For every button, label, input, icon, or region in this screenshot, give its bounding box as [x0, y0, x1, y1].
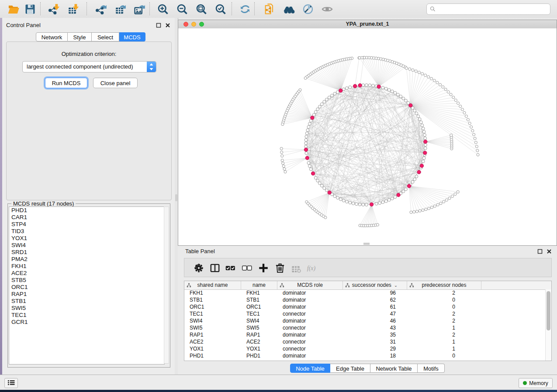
mcds-result-item[interactable]: TEC1 [9, 312, 164, 319]
tab-style[interactable]: Style [68, 32, 92, 41]
column-header-shared-name[interactable]: shared name [184, 281, 241, 289]
tab-edge-table[interactable]: Edge Table [330, 364, 370, 373]
table-row[interactable]: SWI4SWI4dominator462 [184, 317, 545, 324]
gear-button[interactable] [192, 261, 205, 275]
table-row[interactable]: SWI5SWI5connector431 [184, 324, 545, 331]
eye-button[interactable] [320, 2, 335, 16]
zoom-selected-button[interactable] [213, 2, 228, 16]
mcds-result-item[interactable]: GCR1 [9, 319, 164, 326]
check-on-button[interactable] [224, 261, 237, 275]
zoom-in-button[interactable] [156, 2, 170, 16]
mcds-result-item[interactable]: TID3 [9, 228, 164, 235]
table-cell: 31 [343, 338, 407, 345]
mcds-options-panel: Optimization criterion: largest connecte… [6, 41, 172, 200]
flag-button[interactable] [301, 2, 315, 16]
table-row[interactable]: ACE2ACE2connector311 [184, 338, 545, 345]
refresh-button[interactable] [238, 2, 253, 16]
check-off-button[interactable] [240, 261, 253, 275]
export-network-button[interactable] [93, 2, 108, 16]
open-folder-icon [7, 3, 20, 15]
zoom-out-button[interactable] [175, 2, 190, 16]
table-cell: FKH1 [241, 289, 277, 296]
mcds-result-item[interactable]: SWI5 [9, 305, 164, 312]
network-doc-icon [263, 3, 276, 15]
column-header-name[interactable]: name [241, 281, 277, 289]
table-cell: FKH1 [184, 289, 241, 296]
memory-status-icon [523, 381, 527, 385]
tab-node-table[interactable]: Node Table [290, 364, 330, 373]
table-cell: SWI4 [184, 317, 241, 324]
table-cell: 46 [343, 317, 407, 324]
mcds-result-list[interactable]: PHD1CAR1STP4TID3YOX1SWI4SRD1PMA2FKH1ACE2… [9, 206, 165, 364]
mcds-result-item[interactable]: SRD1 [9, 249, 164, 256]
table-cell: 35 [343, 331, 407, 338]
table-cell: 61 [343, 303, 407, 310]
import-network-button[interactable] [46, 2, 61, 16]
mcds-result-item[interactable]: ORC1 [9, 284, 164, 291]
tab-network-table[interactable]: Network Table [370, 364, 418, 373]
log-console-button[interactable] [4, 378, 18, 388]
mcds-result-item[interactable]: CAR1 [9, 214, 164, 221]
column-header-MCDS-role[interactable]: MCDS role [277, 281, 343, 289]
tab-select[interactable]: Select [92, 32, 119, 41]
export-image-button[interactable] [132, 2, 147, 16]
table-row[interactable]: ORC1ORC1dominator610 [184, 303, 545, 310]
memory-button[interactable]: Memory [519, 378, 553, 388]
network-window-titlebar[interactable]: YPA_prune.txt_1 [178, 20, 557, 29]
tab-motifs[interactable]: Motifs [418, 364, 445, 373]
mcds-result-item[interactable]: RAP1 [9, 291, 164, 298]
close-panel-button[interactable]: Close panel [93, 78, 138, 88]
float-window-icon[interactable] [537, 248, 543, 253]
table-cell: 62 [343, 296, 407, 303]
mcds-result-item[interactable]: PHD1 [9, 207, 164, 214]
table-scrollbar[interactable] [545, 289, 551, 361]
table-row[interactable]: STB1STB1dominator620 [184, 296, 545, 303]
table-row[interactable]: FKH1FKH1dominator962 [184, 289, 545, 296]
table-row[interactable]: TEC1TEC1connector472 [184, 310, 545, 317]
column-header-successor-nodes[interactable]: successor nodes⌄ [343, 281, 407, 289]
network-canvas[interactable] [178, 28, 557, 245]
save-button[interactable] [23, 2, 38, 16]
tab-mcds[interactable]: MCDS [119, 32, 145, 41]
import-table-button[interactable] [66, 2, 80, 16]
table-row[interactable]: YOX1YOX1connector291 [184, 345, 545, 352]
mcds-result-item[interactable]: FKH1 [9, 263, 164, 270]
mcds-result-item[interactable]: ACE2 [9, 270, 164, 277]
run-mcds-button[interactable]: Run MCDS [45, 78, 87, 88]
node-table: shared namenameMCDS rolesuccessor nodes⌄… [184, 281, 552, 361]
mcds-result-item[interactable]: STB1 [9, 298, 164, 305]
column-type-icon [187, 283, 191, 288]
mcds-result-item[interactable]: STB5 [9, 277, 164, 284]
network-hscroll-thumb[interactable] [363, 243, 370, 245]
column-header-predecessor-nodes[interactable]: predecessor nodes [407, 281, 481, 289]
open-folder-button[interactable] [6, 2, 21, 16]
check-off-icon [240, 262, 253, 274]
export-table-button[interactable] [113, 2, 128, 16]
mcds-result-scrollbar[interactable] [164, 206, 169, 364]
float-window-icon[interactable] [156, 22, 161, 27]
search-input[interactable] [437, 4, 548, 14]
split-panel-icon [208, 262, 221, 274]
table-cell: dominator [277, 317, 343, 324]
zoom-fit-button[interactable] [194, 2, 209, 16]
plus-button[interactable] [257, 261, 270, 275]
mcds-result-item[interactable]: SWI4 [9, 242, 164, 249]
divider-scroll-thumb[interactable] [175, 194, 177, 201]
list-icon [7, 379, 16, 386]
binoculars-button[interactable] [281, 2, 296, 16]
mcds-result-item[interactable]: PMA2 [9, 256, 164, 263]
close-window-icon[interactable] [547, 248, 552, 253]
mcds-result-item[interactable]: YOX1 [9, 235, 164, 242]
mcds-result-item[interactable]: STP4 [9, 221, 164, 228]
table-scroll-thumb[interactable] [547, 291, 550, 330]
save-icon [24, 3, 37, 15]
split-panel-button[interactable] [208, 261, 221, 275]
table-row[interactable]: RAP1RAP1dominator352 [184, 331, 545, 338]
trash-button[interactable] [273, 261, 287, 275]
close-window-icon[interactable] [165, 22, 170, 27]
network-graph[interactable] [178, 28, 557, 245]
tab-network[interactable]: Network [36, 32, 68, 41]
optimization-criterion-select[interactable]: largest connected component (undirected) [22, 61, 156, 72]
table-row[interactable]: PHD1PHD1dominator180 [184, 352, 545, 359]
network-doc-button[interactable] [262, 2, 277, 16]
